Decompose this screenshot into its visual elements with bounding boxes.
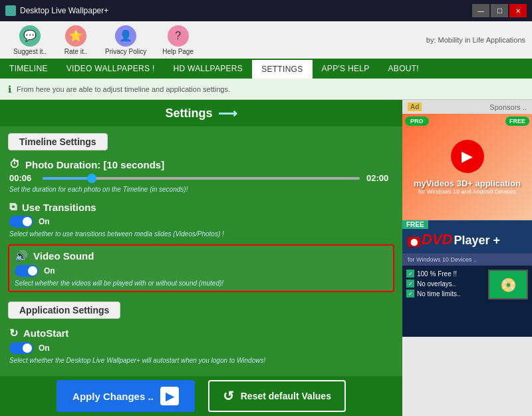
- ad1-pro-badge: PRO: [405, 116, 429, 126]
- dvd-image: 📀: [488, 270, 528, 300]
- app-icon: [5, 5, 16, 16]
- sponsors-bar: Ad Sponsors ..: [402, 100, 532, 114]
- bottom-bar: Apply Changes .. ▶ ↺ Reset default Value…: [0, 376, 402, 416]
- autostart-toggle-knob: [23, 343, 32, 353]
- tab-timeline[interactable]: TIMELINE: [0, 59, 57, 79]
- maximize-button[interactable]: ☐: [491, 4, 508, 17]
- check-item-3: ✓ No time limits..: [406, 290, 488, 298]
- transitions-toggle[interactable]: [9, 216, 33, 228]
- dvd-player-label: Player +: [454, 234, 500, 248]
- settings-title: Settings: [165, 106, 212, 120]
- transitions-title-row: ⧉ Use Transitions: [9, 201, 393, 213]
- reset-label: Reset default Values: [241, 391, 331, 401]
- close-button[interactable]: ✕: [509, 4, 527, 17]
- info-icon: ℹ: [8, 84, 11, 95]
- autostart-setting: ↻ AutoStart On Select whether the Deskto…: [0, 323, 402, 368]
- ad1-free-badge: FREE: [505, 116, 529, 126]
- privacy-icon: 👤: [115, 25, 136, 47]
- suggest-icon: 💬: [19, 25, 41, 47]
- reset-defaults-button[interactable]: ↺ Reset default Values: [208, 380, 346, 412]
- ad-label: Ad: [408, 103, 422, 111]
- settings-content: Timeline Settings ⏱ Photo Duration: [10 …: [0, 126, 402, 416]
- video-sound-section: 🔊 Video Sound On Select whether the vide…: [8, 244, 394, 292]
- tab-hd-wallpapers[interactable]: HD WALLPAPERS: [164, 59, 253, 79]
- privacy-label: Privacy Policy: [105, 48, 146, 55]
- app-section-label: Application Settings: [8, 302, 120, 319]
- ad2-content: FREE ⬤ DVD Player + for Windows 10 Devic…: [402, 220, 532, 337]
- top-nav: 💬 Suggest it.. ⭐ Rate it.. 👤 Privacy Pol…: [0, 21, 532, 59]
- video-sound-desc: Select whether the videos will be played…: [15, 280, 388, 287]
- ad-block-2[interactable]: FREE ⬤ DVD Player + for Windows 10 Devic…: [402, 220, 532, 337]
- autostart-title-row: ↻ AutoStart: [9, 327, 393, 339]
- speaker-icon: 🔊: [15, 250, 28, 262]
- apply-arrow-icon: ▶: [160, 387, 179, 405]
- ad-block-1[interactable]: FREE PRO ▶ myVideos 3D+ application for …: [402, 114, 532, 220]
- check-label-1: 100 % Free !!: [417, 270, 457, 278]
- autostart-icon: ↻: [9, 327, 18, 339]
- sponsors-label: Sponsors ..: [489, 103, 527, 111]
- transitions-icon: ⧉: [9, 201, 17, 213]
- photo-duration-title: Photo Duration: [10 seconds]: [25, 159, 164, 170]
- rate-icon: ⭐: [65, 25, 86, 47]
- ad2-bottom: 📀 ✓ 100 % Free !! ✓ No overlays.. ✓ No: [402, 266, 532, 337]
- suggest-nav-item[interactable]: 💬 Suggest it..: [7, 23, 53, 58]
- dvd-disc-icon: ⬤: [408, 237, 420, 247]
- privacy-nav-item[interactable]: 👤 Privacy Policy: [98, 23, 153, 58]
- video-sound-title: Video Sound: [33, 250, 94, 262]
- transitions-desc: Select whether to use transitions betwee…: [9, 230, 393, 238]
- photo-duration-title-row: ⏱ Photo Duration: [10 seconds]: [9, 158, 393, 170]
- menu-tabs: TIMELINE VIDEO WALLPAPERS ! HD WALLPAPER…: [0, 59, 532, 79]
- video-sound-toggle[interactable]: [15, 265, 39, 277]
- slider-start-time: 00:06: [9, 173, 36, 183]
- slider-track[interactable]: [43, 177, 360, 180]
- ad2-free-badge: FREE: [402, 220, 428, 229]
- check-label-3: No time limits..: [417, 290, 461, 298]
- check-label-2: No overlays..: [417, 280, 456, 288]
- check-item-1: ✓ 100 % Free !!: [406, 270, 488, 278]
- autostart-toggle-row: On: [9, 342, 393, 354]
- window-controls[interactable]: — ☐ ✕: [472, 4, 527, 17]
- help-nav-item[interactable]: ? Help Page: [156, 23, 200, 58]
- top-nav-right: by: Mobility in Life Applications: [426, 36, 525, 44]
- company-label: by: Mobility in Life Applications: [426, 36, 525, 44]
- autostart-desc: Select whether the Desktop Live Wallpape…: [9, 357, 393, 364]
- slider-end-time: 02:00: [366, 173, 393, 183]
- suggest-label: Suggest it..: [13, 48, 47, 55]
- clock-icon: ⏱: [9, 158, 20, 170]
- settings-arrow: ⟶: [218, 105, 237, 121]
- ad2-checklist: ✓ 100 % Free !! ✓ No overlays.. ✓ No tim…: [406, 270, 488, 298]
- info-bar: ℹ From here you are able to adjust timel…: [0, 79, 532, 100]
- photo-duration-desc: Set the duration for each photo on the T…: [9, 186, 393, 193]
- tab-apps-help[interactable]: APP'S HELP: [313, 59, 379, 79]
- transitions-toggle-row: On: [9, 216, 393, 228]
- video-sound-title-row: 🔊 Video Sound: [15, 250, 388, 262]
- toggle-knob: [23, 217, 32, 226]
- tab-video-wallpapers[interactable]: VIDEO WALLPAPERS !: [57, 59, 164, 79]
- slider-row: 00:06 02:00: [9, 173, 393, 183]
- rate-nav-item[interactable]: ⭐ Rate it..: [56, 23, 96, 58]
- dvd-logo: DVD: [422, 231, 452, 248]
- tab-settings[interactable]: SETTINGS: [252, 59, 312, 79]
- photo-duration-setting: ⏱ Photo Duration: [10 seconds] 00:06 02:…: [0, 154, 402, 197]
- help-icon: ?: [168, 25, 189, 47]
- ad1-title: myVideos 3D+ application: [414, 178, 521, 188]
- timeline-section-label: Timeline Settings: [8, 133, 108, 150]
- reset-icon: ↺: [223, 388, 234, 404]
- minimize-button[interactable]: —: [472, 4, 489, 17]
- check-icon-3: ✓: [406, 290, 414, 298]
- ad1-play-icon: ▶: [451, 140, 484, 173]
- tab-about[interactable]: ABOUT!: [379, 59, 428, 79]
- slider-thumb[interactable]: [87, 174, 96, 183]
- main-layout: Settings ⟶ Timeline Settings ⏱ Photo Dur…: [0, 100, 532, 416]
- title-bar-left: Desktop Live Wallpaper+: [5, 5, 108, 16]
- autostart-title: AutoStart: [23, 327, 68, 339]
- transitions-toggle-label: On: [39, 217, 50, 226]
- video-sound-setting: 🔊 Video Sound On Select whether the vide…: [15, 250, 388, 287]
- content-area: Settings ⟶ Timeline Settings ⏱ Photo Dur…: [0, 100, 402, 416]
- autostart-toggle[interactable]: [9, 342, 33, 354]
- sidebar-ads: Ad Sponsors .. FREE PRO ▶ myVideos 3D+ a…: [402, 100, 532, 416]
- check-icon-1: ✓: [406, 270, 414, 278]
- video-sound-toggle-label: On: [44, 266, 55, 276]
- apply-changes-button[interactable]: Apply Changes .. ▶: [57, 380, 195, 412]
- app-title: Desktop Live Wallpaper+: [20, 6, 108, 15]
